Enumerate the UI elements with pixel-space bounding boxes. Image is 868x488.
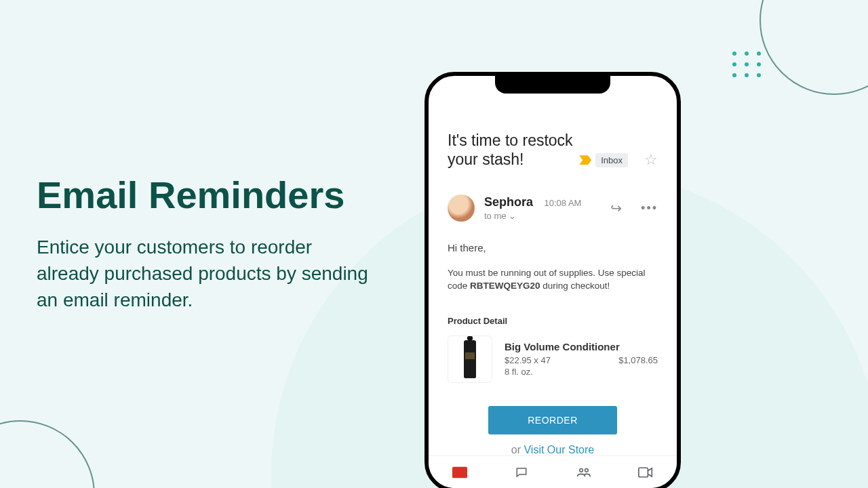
email-subject: It's time to restock your stash!	[448, 131, 579, 169]
decorative-circle-bl	[0, 420, 95, 488]
visit-store-link[interactable]: Visit Our Store	[524, 444, 594, 455]
email-greeting: Hi there,	[448, 242, 658, 253]
phone-frame: It's time to restock your stash! Inbox ☆…	[425, 72, 681, 488]
sent-time: 10:08 AM	[544, 198, 581, 208]
page-subtitle: Entice your customers to reorder already…	[37, 234, 376, 314]
total-price: $1,078.65	[618, 355, 658, 365]
email-body: You must be running out of supplies. Use…	[448, 267, 658, 293]
mail-icon[interactable]	[452, 466, 467, 479]
product-detail-label: Product Detail	[448, 316, 658, 326]
recipient-line[interactable]: to me ⌄	[484, 211, 601, 221]
reorder-button[interactable]: REORDER	[488, 406, 617, 434]
svg-point-1	[585, 468, 588, 472]
svg-point-0	[579, 468, 583, 472]
svg-rect-2	[639, 468, 648, 477]
important-marker-icon[interactable]	[579, 155, 591, 165]
bottle-icon	[464, 340, 476, 378]
people-icon[interactable]	[576, 466, 591, 479]
chevron-down-icon: ⌄	[509, 211, 516, 221]
inbox-badge[interactable]: Inbox	[595, 153, 628, 167]
unit-price: $22.95 x 47	[505, 355, 551, 365]
decorative-dot-grid	[732, 52, 762, 77]
video-icon[interactable]	[638, 466, 653, 479]
reply-icon[interactable]: ↩	[610, 200, 622, 216]
product-image	[448, 336, 492, 383]
visit-store-line: or Visit Our Store	[448, 444, 658, 456]
product-name: Big Volume Conditioner	[505, 341, 658, 352]
product-row: Big Volume Conditioner $22.95 x 47 $1,07…	[448, 336, 658, 383]
sender-name: Sephora	[484, 195, 533, 209]
chat-icon[interactable]	[514, 466, 529, 479]
page-title: Email Reminders	[37, 173, 344, 217]
avatar[interactable]	[448, 195, 475, 222]
promo-code: RBTEWQEYG20	[470, 281, 540, 291]
decorative-arc	[760, 0, 868, 95]
star-icon[interactable]: ☆	[644, 151, 658, 169]
bottom-tab-bar	[429, 455, 677, 488]
product-size: 8 fl. oz.	[505, 367, 658, 377]
more-icon[interactable]: •••	[641, 201, 658, 216]
